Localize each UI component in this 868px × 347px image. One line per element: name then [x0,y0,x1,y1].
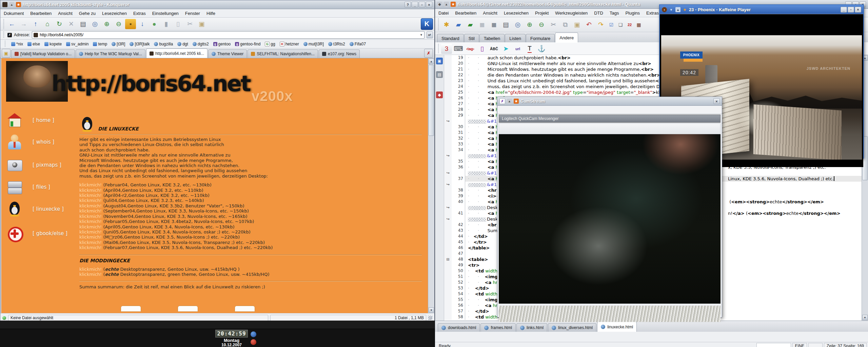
wrap-marker-icon[interactable]: ↪ [444,170,452,176]
file-tab-downloads-html[interactable]: downloads.html [438,323,480,332]
konq-menu-dokument[interactable]: Dokument [4,11,24,16]
bookmark-star-icon[interactable]: ★ [514,99,519,104]
quanta-menu-datei[interactable]: Datei [438,11,449,16]
open-recent-icon[interactable]: ▰ [465,20,476,30]
sidebar-item-files[interactable]: [ files ] [7,179,50,195]
paste-icon[interactable]: ▣ [572,20,583,30]
toolbar-handle[interactable] [3,32,4,38]
klickmich-link[interactable]: klickmich! [79,219,102,224]
cut-icon[interactable]: ✂ [548,20,559,30]
scroll-thumb[interactable] [429,65,434,136]
kde-logo-icon[interactable]: K [421,18,433,30]
copy-icon[interactable]: ⧉ [560,20,571,30]
reload-icon[interactable]: ↻ [54,19,65,29]
scroll-down-icon[interactable]: ▼ [862,315,868,320]
close-tab-button[interactable]: ✗ [424,49,433,58]
konq-menu-einstellungen[interactable]: Einstellungen [152,11,179,16]
address-input[interactable]: http://boris64.net/v2005/ ▼ [32,31,425,39]
bookmark-bugzilla[interactable]: bugzilla [154,42,173,46]
download-icon[interactable]: ↓ [137,19,148,29]
sidebar-item-whois[interactable]: [ whois ] [7,134,54,150]
footer-thumb[interactable] [178,306,198,312]
save-icon[interactable]: ◼ [477,20,488,30]
close-button[interactable]: × [855,7,861,13]
bookmark-star-icon[interactable]: ★ [451,2,456,7]
bookmark-gentoo-find[interactable]: ggentoo-find [235,42,260,46]
date-icon[interactable]: 3 [441,44,452,54]
toolbar-tab-formulare[interactable]: Formulare [526,34,555,42]
archive-icon[interactable]: ▮ [161,19,172,29]
resize-grip[interactable] [428,316,432,320]
zoom-out-icon[interactable]: ⊖ [113,19,124,29]
tag-icon[interactable]: ‹tag› [465,44,476,54]
bookmark-gg[interactable]: Ggg [265,42,275,46]
clear-location-icon[interactable]: ✗ [7,33,12,37]
bookmark-gentoo[interactable]: ggentoo [213,42,231,46]
frame-wizard-icon[interactable]: ▯ [477,44,488,54]
status-insert-mode[interactable]: EINF [792,343,807,347]
quanta-menu-werkzeugleisten[interactable]: Werkzeugleisten [555,11,588,16]
konq-menu-hilfe[interactable]: Hilfe [206,11,215,16]
stop-icon[interactable]: ✕ [66,19,77,29]
sidebar-item-pix[interactable]: [ pixmaps ] [7,157,61,173]
anchor-icon[interactable]: ⚓ [536,44,547,54]
quanta-menu-ansicht[interactable]: Ansicht [483,11,497,16]
check-icon[interactable]: ☑ [607,21,615,29]
maximize-button[interactable]: ▫ [419,2,425,7]
klickmich-link[interactable]: klickmich! [79,188,102,193]
bookmark--nix[interactable]: *nix [11,42,23,46]
konq-menu-extras[interactable]: Extras [133,11,146,16]
konq-menu-ansicht[interactable]: Ansicht [58,11,73,16]
toolbar-tab-stil[interactable]: Stil [464,34,479,42]
dropdown-icon[interactable]: ▾ [669,7,674,12]
file-tab-linuxecke-html[interactable]: linuxecke.html [597,322,637,332]
toolbar-handle[interactable] [437,18,439,31]
quanta-menu-dtd[interactable]: DTD [594,11,603,16]
klickmich-link[interactable]: klickmich! [79,198,102,203]
toolbar-handle[interactable] [4,41,6,47]
data-grid-icon[interactable]: ▦ [635,21,643,29]
quanta-menu-lesezeichen[interactable]: Lesezeichen [504,11,529,16]
close-button[interactable]: × [426,2,432,7]
file-tab-frames-html[interactable]: frames.html [480,323,516,332]
klickmich-link[interactable]: klickmich! [79,234,102,240]
cut-icon[interactable]: ✂ [184,19,195,29]
maximize-button[interactable]: ▫ [848,7,854,13]
wrap-marker-icon[interactable]: ↪ [444,216,452,222]
footer-thumb[interactable] [235,306,255,312]
quanta-menu-bearbeiten[interactable]: Bearbeiten [455,11,476,16]
address-dropdown-icon[interactable]: ▼ [420,33,423,37]
security-lock-icon[interactable]: ▪ [125,19,136,29]
preview-icon[interactable]: ◎ [90,19,100,29]
pin-icon[interactable]: ▴ [507,99,512,104]
klickmich-link[interactable]: klickmich! [79,272,102,277]
zoom-in-icon[interactable]: ⊕ [524,20,535,30]
help-button[interactable]: ? [405,2,411,7]
panel-clock[interactable]: 20:42:59 Montag 10.12.2007 [215,330,248,347]
save-all-icon[interactable]: ◼ [489,20,499,30]
klickmich-link[interactable]: klickmich! [79,208,102,213]
pin-icon[interactable]: ▴ [675,7,680,12]
toolbar-tab-andere[interactable]: Andere [555,33,578,42]
toolbar-handle[interactable] [3,19,4,29]
quanta-menu-projekt[interactable]: Projekt [535,11,549,16]
copy-page-icon[interactable]: ▯ [173,19,183,29]
bookmark-sv-admin[interactable]: sv_admin [66,42,88,46]
file-tab-linux_diverses-html[interactable]: linux_diverses.html [548,323,596,332]
file-tab-links-html[interactable]: links.html [516,323,547,332]
sidebar-item-home[interactable]: [ home ] [7,113,54,128]
bookmark-mut-t3R-[interactable]: mut[t3R] [303,42,324,46]
bookmark-Fifa07[interactable]: Fifa07 [350,42,366,46]
browser-tab[interactable]: http://boris64.net 2005 kli... [146,48,208,58]
kaffeine-titlebar[interactable]: ◗ ▾ ▴ ★ 23 - Phoenix - Kaffeine Player _… [660,5,863,14]
camstream-titlebar[interactable]: ✗ ▴ ★ CamStream × [497,97,722,106]
klickmich-link[interactable]: klickmich! [79,267,102,272]
bookmark--t3R-talk[interactable]: [t3R]talk [130,42,150,46]
klickmich-link[interactable]: klickmich! [79,214,102,219]
browser-tab[interactable]: e107.org: News [319,49,360,58]
klickmich-link[interactable]: klickmich! [79,224,102,229]
browser-tab[interactable]: Help for The W3C Markup Val... [76,49,145,58]
project-tree-icon[interactable]: ▤ [436,71,443,78]
quick-list-icon[interactable]: ➤ [500,44,511,54]
templates-icon[interactable]: ◆ [436,91,443,98]
